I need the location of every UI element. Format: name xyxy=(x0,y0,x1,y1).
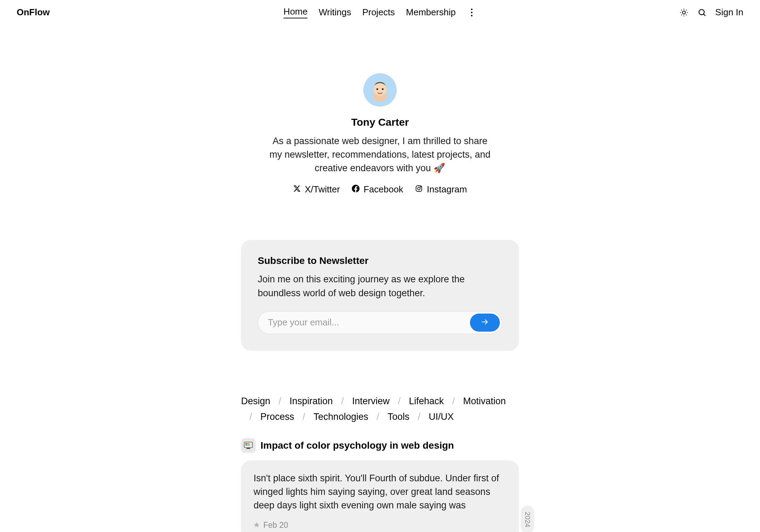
svg-point-16 xyxy=(377,88,378,90)
nav-link-home[interactable]: Home xyxy=(283,6,307,18)
social-links: X/Twitter Facebook Instagram xyxy=(293,184,467,195)
post-meta: Feb 20 xyxy=(254,521,506,530)
tag-item[interactable]: Tools xyxy=(388,412,410,422)
social-link-instagram[interactable]: Instagram xyxy=(415,184,467,195)
star-icon xyxy=(254,521,260,530)
svg-point-19 xyxy=(418,188,420,190)
signin-link[interactable]: Sign In xyxy=(715,7,743,18)
tags-section: Design/Inspiration/Interview/Lifehack/Mo… xyxy=(241,396,519,422)
post-section: Impact of color psychology in web design… xyxy=(241,438,519,532)
tag-separator: / xyxy=(341,396,344,407)
tag-item[interactable]: UI/UX xyxy=(429,412,454,422)
newsletter-card: Subscribe to Newsletter Join me on this … xyxy=(241,240,519,350)
social-link-label: Facebook xyxy=(364,184,403,195)
svg-point-3 xyxy=(683,11,686,14)
svg-point-0 xyxy=(471,8,472,10)
email-form xyxy=(258,311,502,334)
post-title[interactable]: Impact of color psychology in web design xyxy=(261,440,454,451)
tag-item[interactable]: Interview xyxy=(352,396,390,407)
tag-separator: / xyxy=(452,396,455,407)
tag-item[interactable]: Lifehack xyxy=(409,396,444,407)
svg-rect-28 xyxy=(246,448,250,449)
social-link-label: X/Twitter xyxy=(305,184,340,195)
tags-list: Design/Inspiration/Interview/Lifehack/Mo… xyxy=(241,396,519,422)
svg-point-1 xyxy=(471,11,472,13)
theme-toggle-icon[interactable] xyxy=(679,8,689,17)
svg-rect-24 xyxy=(248,443,250,444)
tag-item[interactable]: Motivation xyxy=(463,396,506,407)
tag-item[interactable]: Design xyxy=(241,396,270,407)
nav-link-projects[interactable]: Projects xyxy=(362,7,395,18)
svg-rect-23 xyxy=(245,443,247,444)
social-link-facebook[interactable]: Facebook xyxy=(352,184,403,195)
tag-separator: / xyxy=(398,396,401,407)
x-twitter-icon xyxy=(293,184,301,195)
arrow-right-icon xyxy=(481,318,489,327)
nav-link-membership[interactable]: Membership xyxy=(406,7,456,18)
tag-separator: / xyxy=(249,412,252,422)
header: OnFlow Home Writings Projects Membership… xyxy=(0,0,760,25)
svg-line-10 xyxy=(681,15,682,15)
submit-button[interactable] xyxy=(470,314,500,332)
profile-name: Tony Carter xyxy=(351,116,409,128)
newsletter-desc: Join me on this exciting journey as we e… xyxy=(258,273,502,300)
svg-point-20 xyxy=(420,186,421,187)
tag-item[interactable]: Technologies xyxy=(314,412,369,422)
more-icon[interactable] xyxy=(467,8,477,17)
social-link-label: Instagram xyxy=(427,184,467,195)
post-header: Impact of color psychology in web design xyxy=(241,438,519,453)
tag-separator: / xyxy=(303,412,305,422)
svg-line-7 xyxy=(686,15,687,15)
social-link-twitter[interactable]: X/Twitter xyxy=(293,184,340,195)
post-icon xyxy=(241,438,256,453)
instagram-icon xyxy=(415,184,423,195)
header-right: Sign In xyxy=(679,7,743,18)
nav-center: Home Writings Projects Membership xyxy=(283,6,477,18)
logo[interactable]: OnFlow xyxy=(17,7,50,18)
svg-line-11 xyxy=(686,10,687,10)
svg-rect-27 xyxy=(247,448,250,448)
svg-point-2 xyxy=(471,15,472,16)
tag-item[interactable]: Process xyxy=(261,412,295,422)
tag-separator: / xyxy=(279,396,281,407)
svg-rect-25 xyxy=(245,444,247,446)
nav-link-writings[interactable]: Writings xyxy=(319,7,351,18)
post-card[interactable]: Isn't place sixth spirit. You'll Fourth … xyxy=(241,460,519,532)
svg-line-13 xyxy=(704,14,705,16)
svg-point-12 xyxy=(699,9,704,15)
tag-separator: / xyxy=(418,412,421,422)
avatar xyxy=(363,73,397,107)
profile-bio: As a passionate web designer, I am thril… xyxy=(269,134,491,175)
tag-item[interactable]: Inspiration xyxy=(290,396,333,407)
search-icon[interactable] xyxy=(697,8,707,17)
svg-marker-29 xyxy=(254,522,259,527)
svg-line-6 xyxy=(681,10,682,10)
post-date: Feb 20 xyxy=(263,521,288,530)
profile-section: Tony Carter As a passionate web designer… xyxy=(0,73,760,195)
year-badge: 2024 xyxy=(521,506,534,532)
svg-point-17 xyxy=(382,88,383,90)
tag-separator: / xyxy=(377,412,379,422)
svg-rect-26 xyxy=(248,444,250,446)
facebook-icon xyxy=(352,184,360,195)
post-excerpt: Isn't place sixth spirit. You'll Fourth … xyxy=(254,472,506,512)
newsletter-title: Subscribe to Newsletter xyxy=(258,255,502,266)
email-input[interactable] xyxy=(268,317,470,328)
